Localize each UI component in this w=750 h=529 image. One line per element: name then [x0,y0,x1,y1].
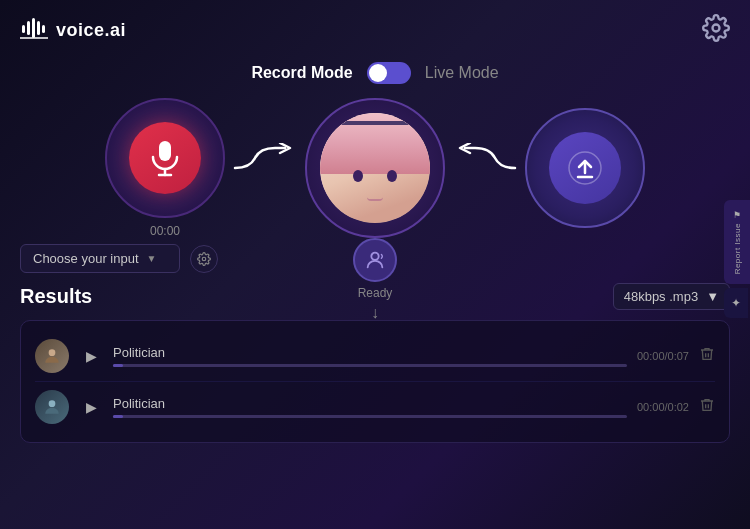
svg-rect-3 [37,21,40,35]
result-item-2: ▶ Politician 00:00/0:02 [35,382,715,432]
down-arrow-icon: ↓ [371,304,379,322]
upload-circle[interactable] [525,108,645,228]
extra-tab[interactable]: ✦ [724,288,748,318]
result-time-2: 00:00/0:02 [637,401,689,413]
discord-icon: ✦ [731,296,741,310]
ready-label: Ready [358,286,393,300]
result-progress-fill-1 [113,364,123,367]
connector-arrow-2 [450,143,520,193]
mode-toggle-switch[interactable] [367,62,411,84]
side-tabs: ⚑ Report Issue ✦ [724,200,750,318]
result-info-1: Politician [113,345,627,367]
result-name-2: Politician [113,396,627,411]
quality-label: 48kbps .mp3 [624,289,698,304]
report-icon: ⚑ [733,210,741,220]
mic-circle[interactable] [105,98,225,218]
result-progress-2 [113,415,627,418]
logo-icon [20,17,48,44]
politician-avatar-icon-2 [42,397,62,417]
svg-rect-4 [42,25,45,33]
user-voice-icon [364,249,386,271]
quality-select[interactable]: 48kbps .mp3 ▼ [613,283,730,310]
trash-icon-1 [699,345,715,363]
svg-rect-7 [159,141,171,161]
results-container: ▶ Politician 00:00/0:07 [20,320,730,443]
result-progress-fill-2 [113,415,123,418]
svg-point-12 [371,253,378,260]
svg-rect-1 [27,21,30,35]
gear-icon [197,252,211,266]
result-name-1: Politician [113,345,627,360]
mode-toggle: Record Mode Live Mode [0,56,750,94]
avatar-face [320,113,430,223]
report-issue-tab[interactable]: ⚑ Report Issue [724,200,750,284]
settings-button[interactable] [702,14,730,46]
avatar-headphone [320,121,430,141]
mic-inner [129,122,201,194]
report-label: Report Issue [733,223,742,274]
logo-text: voice.ai [56,20,126,41]
connector-1 [225,143,305,193]
play-button-2[interactable]: ▶ [79,395,103,419]
quality-arrow-icon: ▼ [706,289,719,304]
mic-container: 00:00 [105,98,225,238]
toggle-knob [369,64,387,82]
avatar-circle[interactable] [305,98,445,238]
results-title: Results [20,285,92,308]
result-progress-1 [113,364,627,367]
connector-arrow-1 [230,143,300,193]
play-button-1[interactable]: ▶ [79,344,103,368]
mic-time: 00:00 [150,224,180,238]
ready-section: Ready ↓ [353,238,397,322]
connector-2 [445,143,525,193]
flow-area: 00:00 [0,98,750,238]
result-item: ▶ Politician 00:00/0:07 [35,331,715,382]
upload-icon [568,151,602,185]
dropdown-arrow-icon: ▼ [147,253,157,264]
svg-point-11 [202,257,206,261]
input-select[interactable]: Choose your input ▼ [20,244,180,273]
input-settings-button[interactable] [190,245,218,273]
result-avatar-2 [35,390,69,424]
svg-rect-0 [22,25,25,33]
upload-inner [549,132,621,204]
svg-rect-2 [32,18,35,38]
logo: voice.ai [20,17,126,44]
result-time-1: 00:00/0:07 [637,350,689,362]
live-mode-label: Live Mode [425,64,499,82]
result-info-2: Politician [113,396,627,418]
top-bar: voice.ai [0,0,750,56]
ready-icon [353,238,397,282]
input-select-label: Choose your input [33,251,139,266]
trash-icon-2 [699,396,715,414]
result-avatar-1 [35,339,69,373]
delete-button-1[interactable] [699,345,715,367]
svg-point-13 [49,349,56,356]
politician-avatar-icon [42,346,62,366]
svg-point-6 [713,25,720,32]
record-mode-label: Record Mode [251,64,352,82]
avatar-eye-left [353,170,363,182]
avatar-eye-right [387,170,397,182]
avatar-image [320,113,430,223]
mic-icon [148,139,182,177]
delete-button-2[interactable] [699,396,715,418]
svg-point-14 [49,400,56,407]
